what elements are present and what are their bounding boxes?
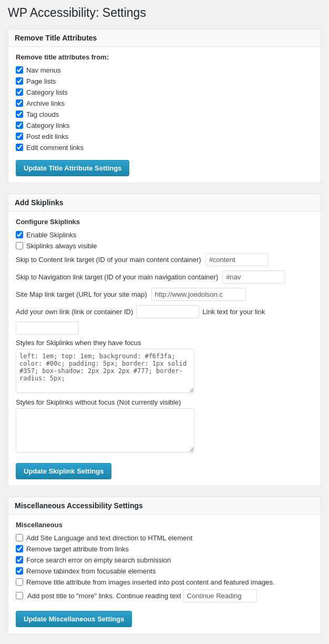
tag-clouds-checkbox[interactable] <box>16 110 23 118</box>
checkbox-row-img-title: Remove title attribute from images inser… <box>16 578 313 586</box>
skip-content-label: Skip to Content link target (ID of your … <box>16 256 201 264</box>
add-lang-checkbox[interactable] <box>16 534 23 541</box>
update-misc-button[interactable]: Update Miscellaneous Settings <box>16 611 132 627</box>
more-links-label: Add post title to "more" links. Continue… <box>27 592 181 600</box>
nav-menus-label: Nav menus <box>26 66 61 74</box>
own-link-input[interactable] <box>136 305 199 318</box>
img-title-checkbox[interactable] <box>16 578 23 586</box>
category-lists-checkbox[interactable] <box>16 88 23 96</box>
skip-content-field-row: Skip to Content link target (ID of your … <box>16 253 313 266</box>
link-text-input[interactable] <box>16 321 79 335</box>
remove-title-header: Remove Title Attributes <box>8 29 321 47</box>
skiplinks-header: Add Skiplinks <box>8 194 321 212</box>
always-visible-checkbox[interactable] <box>16 242 23 249</box>
checkbox-row-edit-comment-links: Edit comment links <box>16 144 313 152</box>
link-text-label: Link text for your link <box>202 308 265 316</box>
tabindex-label: Remove tabindex from focusable elements <box>26 567 156 575</box>
focus-styles-textarea[interactable]: left: 1em; top: 1em; background: #f6f3fa… <box>16 349 194 393</box>
checkbox-row-category-lists: Category lists <box>16 88 313 96</box>
checkbox-row-category-links: Category links <box>16 122 313 129</box>
img-title-label: Remove title attribute from images inser… <box>26 578 275 586</box>
no-focus-styles-label: Styles for Skiplinks without focus (Not … <box>16 398 313 406</box>
search-error-checkbox[interactable] <box>16 556 23 564</box>
always-visible-label: Skiplinks always visible <box>26 242 97 250</box>
skip-nav-label: Skip to Navigation link target (ID of yo… <box>16 273 218 281</box>
checkbox-row-add-lang: Add Site Language and text direction to … <box>16 534 313 542</box>
skip-nav-input[interactable] <box>222 270 285 284</box>
category-lists-label: Category lists <box>26 88 68 96</box>
misc-subheader: Miscellaneous <box>16 521 313 529</box>
page-title: WP Accessibility: Settings <box>8 5 321 21</box>
enable-skiplinks-label: Enable Skiplinks <box>26 231 76 239</box>
skip-nav-field-row: Skip to Navigation link target (ID of yo… <box>16 270 313 284</box>
update-title-attribute-button[interactable]: Update Title Attribute Settings <box>16 160 129 176</box>
archive-links-label: Archive links <box>26 99 65 107</box>
own-link-row: Add your own link (link or container ID)… <box>16 305 313 335</box>
no-focus-styles-container: Styles for Skiplinks without focus (Not … <box>16 398 313 452</box>
checkbox-row-tag-clouds: Tag clouds <box>16 110 313 118</box>
tabindex-checkbox[interactable] <box>16 567 23 575</box>
update-skiplink-button[interactable]: Update Skiplink Settings <box>16 463 111 479</box>
add-lang-label: Add Site Language and text direction to … <box>26 534 192 542</box>
nav-menus-checkbox[interactable] <box>16 66 23 74</box>
more-links-row: Add post title to "more" links. Continue… <box>16 589 313 602</box>
post-edit-links-label: Post edit links <box>26 133 68 140</box>
page-lists-label: Page lists <box>26 77 56 85</box>
category-links-label: Category links <box>26 122 69 129</box>
checkbox-row-post-edit-links: Post edit links <box>16 133 313 140</box>
misc-section: Miscellaneous Accessibility Settings Mis… <box>8 497 321 634</box>
remove-title-subheader: Remove title attributes from: <box>16 53 313 61</box>
skiplinks-subheader: Configure Skiplinks <box>16 218 313 226</box>
skiplinks-section: Add Skiplinks Configure Skiplinks Enable… <box>8 194 321 486</box>
no-focus-styles-textarea[interactable] <box>16 408 194 452</box>
checkbox-row-nav-menus: Nav menus <box>16 66 313 74</box>
continue-reading-input[interactable] <box>183 589 257 602</box>
remove-target-checkbox[interactable] <box>16 545 23 552</box>
checkbox-row-remove-target: Remove target attribute from links <box>16 545 313 553</box>
archive-links-checkbox[interactable] <box>16 99 23 107</box>
sitemap-label: Site Map link target (URL for your site … <box>16 290 147 298</box>
sitemap-field-row: Site Map link target (URL for your site … <box>16 288 313 301</box>
more-links-checkbox[interactable] <box>16 592 23 599</box>
enable-skiplinks-checkbox[interactable] <box>16 231 23 238</box>
category-links-checkbox[interactable] <box>16 122 23 129</box>
edit-comment-links-checkbox[interactable] <box>16 144 23 151</box>
tag-clouds-label: Tag clouds <box>26 110 59 118</box>
remove-title-section: Remove Title Attributes Remove title att… <box>8 29 321 183</box>
search-error-label: Force search error on empty search submi… <box>26 556 171 564</box>
skip-content-input[interactable] <box>205 253 269 266</box>
checkbox-row-archive-links: Archive links <box>16 99 313 107</box>
own-link-label: Add your own link (link or container ID) <box>16 308 133 316</box>
checkbox-row-page-lists: Page lists <box>16 77 313 85</box>
checkbox-row-tabindex: Remove tabindex from focusable elements <box>16 567 313 575</box>
focus-styles-label: Styles for Skiplinks when they have focu… <box>16 339 313 347</box>
focus-styles-container: Styles for Skiplinks when they have focu… <box>16 339 313 393</box>
remove-target-label: Remove target attribute from links <box>26 545 129 553</box>
post-edit-links-checkbox[interactable] <box>16 133 23 140</box>
page-lists-checkbox[interactable] <box>16 77 23 85</box>
checkbox-row-search-error: Force search error on empty search submi… <box>16 556 313 564</box>
edit-comment-links-label: Edit comment links <box>26 144 84 152</box>
misc-header: Miscellaneous Accessibility Settings <box>8 497 321 515</box>
checkbox-row-enable-skiplinks: Enable Skiplinks <box>16 231 313 239</box>
sitemap-input[interactable] <box>151 288 246 301</box>
checkbox-row-always-visible: Skiplinks always visible <box>16 242 313 250</box>
